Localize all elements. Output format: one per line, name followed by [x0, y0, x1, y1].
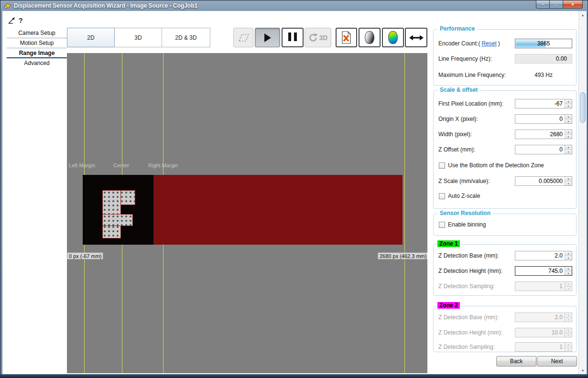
- spin-down-icon[interactable]: ▼: [565, 271, 572, 276]
- z-scale-input[interactable]: 0.005000 ▲▼: [515, 176, 572, 186]
- panel-scrollbar[interactable]: ▲ ▼: [578, 11, 587, 374]
- spin-up-icon[interactable]: ▲: [565, 99, 572, 104]
- fit-width-button[interactable]: [405, 28, 427, 47]
- encoder-count-row: Encoder Count:(Reset) 3865: [438, 38, 572, 49]
- nav-item-advanced[interactable]: Advanced: [7, 58, 67, 68]
- max-line-frequency-label: Maximum Line Frequency:: [438, 72, 506, 78]
- enable-binning-label: Enable binning: [448, 221, 486, 228]
- zone2-base-label: Z Detection Base (mm):: [438, 314, 499, 321]
- spin-down-icon: ▼: [565, 286, 572, 291]
- zone1-height-label: Z Detection Height (mm):: [438, 268, 502, 274]
- back-button[interactable]: Back: [496, 356, 536, 367]
- spin-up-icon[interactable]: ▲: [565, 267, 572, 271]
- scroll-down-icon[interactable]: ▼: [579, 367, 587, 374]
- enable-binning-checkbox[interactable]: [439, 222, 445, 228]
- scrollbar-thumb[interactable]: [580, 92, 586, 123]
- zone1-base-input[interactable]: 2.0 ▲▼: [515, 251, 572, 260]
- line-frequency-label: Line Frequency (Hz):: [438, 55, 492, 62]
- sensor-resolution-group: Sensor Resolution Enable binning: [433, 214, 577, 236]
- auto-z-scale-checkbox[interactable]: [439, 193, 445, 199]
- origin-x-label: Origin X (pixel):: [438, 116, 478, 122]
- zone1-height-input[interactable]: 745.0 ▲▼: [515, 266, 572, 276]
- range-image-band: [83, 175, 403, 245]
- spin-down-icon[interactable]: ▼: [565, 134, 572, 139]
- spin-up-icon: ▲: [565, 343, 572, 347]
- zone2-height-row: Z Detection Height (mm): 10.0 ▲▼: [438, 327, 572, 338]
- spin-up-icon[interactable]: ▲: [565, 115, 572, 119]
- refresh-3d-icon: [308, 33, 318, 43]
- cancel-document-icon: [341, 31, 352, 44]
- line-frequency-value: 0.00: [515, 54, 572, 64]
- center-label: Center: [113, 162, 129, 168]
- spin-down-icon[interactable]: ▼: [565, 119, 572, 124]
- color-display-button[interactable]: [382, 28, 404, 47]
- zone1-sampling-label: Z Detection Sampling:: [438, 283, 495, 290]
- right-pixel-marker: 2680 px (462.3 mm): [378, 252, 427, 259]
- spin-down-icon[interactable]: ▼: [565, 256, 572, 260]
- width-pixel-input[interactable]: 2680 ▲▼: [515, 130, 572, 139]
- spin-up-icon[interactable]: ▲: [565, 145, 572, 150]
- scale-offset-group-title: Scale & offset: [437, 86, 480, 93]
- pause-button[interactable]: [282, 28, 304, 47]
- trigger-region-button: [233, 28, 253, 47]
- zone2-sampling-label: Z Detection Sampling:: [438, 344, 495, 350]
- bottom-detection-zone-row: Use the Bottom of the Detection Zone: [439, 162, 544, 169]
- encoder-reset-link[interactable]: Reset: [481, 40, 496, 47]
- z-scale-row: Z Scale (mm/value): 0.005000 ▲▼: [438, 176, 572, 186]
- first-pixel-location-label: First Pixel Location (mm):: [438, 100, 503, 107]
- range-image-viewport[interactable]: Left Margin Center Right Margin 0 px (-6…: [67, 53, 427, 373]
- max-line-frequency-row: Maximum Line Frequency: 493 Hz: [438, 70, 572, 80]
- spin-down-icon[interactable]: ▼: [565, 181, 572, 186]
- minimize-button[interactable]: –: [536, 0, 550, 9]
- origin-x-input[interactable]: 0 ▲▼: [515, 114, 572, 124]
- spin-up-icon[interactable]: ▲: [565, 251, 572, 256]
- left-pixel-marker: 0 px (-67 mm): [67, 252, 103, 259]
- nav-item-range-image[interactable]: Range Image: [7, 48, 67, 58]
- spin-down-icon[interactable]: ▼: [565, 104, 572, 108]
- nav-item-camera-setup[interactable]: Camera Setup: [7, 28, 67, 38]
- refresh-3d-button: 3D: [305, 28, 331, 47]
- spin-up-icon: ▲: [565, 313, 572, 317]
- tab-2d-and-3d[interactable]: 2D & 3D: [162, 28, 210, 47]
- zone2-sampling-input: 1 ▲▼: [515, 342, 572, 352]
- width-pixel-label: Width (pixel):: [438, 131, 472, 138]
- play-icon: [264, 33, 271, 42]
- width-pixel-row: Width (pixel): 2680 ▲▼: [438, 129, 572, 140]
- help-button[interactable]: ?: [19, 16, 23, 25]
- zone2-title: Zone 2: [437, 302, 460, 309]
- app-icon: [4, 2, 11, 10]
- spin-up-icon: ▲: [565, 328, 572, 333]
- maximize-button[interactable]: □: [550, 0, 563, 9]
- z-scale-label: Z Scale (mm/value):: [438, 178, 490, 184]
- first-pixel-location-input[interactable]: -67 ▲▼: [515, 99, 572, 108]
- left-margin-label: Left Margin: [69, 162, 95, 168]
- next-button[interactable]: Next: [537, 356, 577, 367]
- z-offset-row: Z Offset (mm): 0 ▲▼: [438, 144, 572, 155]
- bottom-detection-zone-checkbox[interactable]: [439, 162, 445, 169]
- spin-up-icon[interactable]: ▲: [565, 130, 572, 134]
- spin-up-icon[interactable]: ▲: [565, 177, 572, 181]
- scroll-up-icon[interactable]: ▲: [579, 11, 587, 19]
- cancel-image-button[interactable]: [336, 28, 357, 47]
- window-controls: – □ ×: [536, 0, 583, 9]
- spin-down-icon[interactable]: ▼: [565, 150, 572, 154]
- zone2-sampling-row: Z Detection Sampling: 1 ▲▼: [438, 342, 572, 352]
- range-image-dark-region: [83, 175, 153, 245]
- max-line-frequency-value: 493 Hz: [515, 72, 572, 78]
- tab-3d[interactable]: 3D: [114, 28, 162, 47]
- part-f-middle-bar: [102, 214, 133, 226]
- measure-tool-button[interactable]: [7, 17, 16, 27]
- tab-2d[interactable]: 2D: [67, 28, 115, 47]
- grayscale-display-button[interactable]: [359, 28, 381, 47]
- measure-icon: [7, 17, 16, 25]
- help-icon: ?: [19, 17, 23, 24]
- play-button[interactable]: [255, 28, 280, 47]
- auto-z-scale-label: Auto Z-scale: [448, 193, 480, 199]
- close-button[interactable]: ×: [563, 0, 583, 9]
- z-offset-input[interactable]: 0 ▲▼: [515, 145, 572, 154]
- zone1-group: Zone 1 Z Detection Base (mm): 2.0 ▲▼ Z D…: [433, 244, 577, 296]
- grayscale-palette-icon: [365, 31, 374, 44]
- nav-item-motion-setup[interactable]: Motion Setup: [7, 38, 67, 48]
- zone1-sampling-input: 1 ▲▼: [515, 281, 572, 291]
- title-bar[interactable]: Displacement Sensor Acquisition Wizard -…: [0, 0, 588, 11]
